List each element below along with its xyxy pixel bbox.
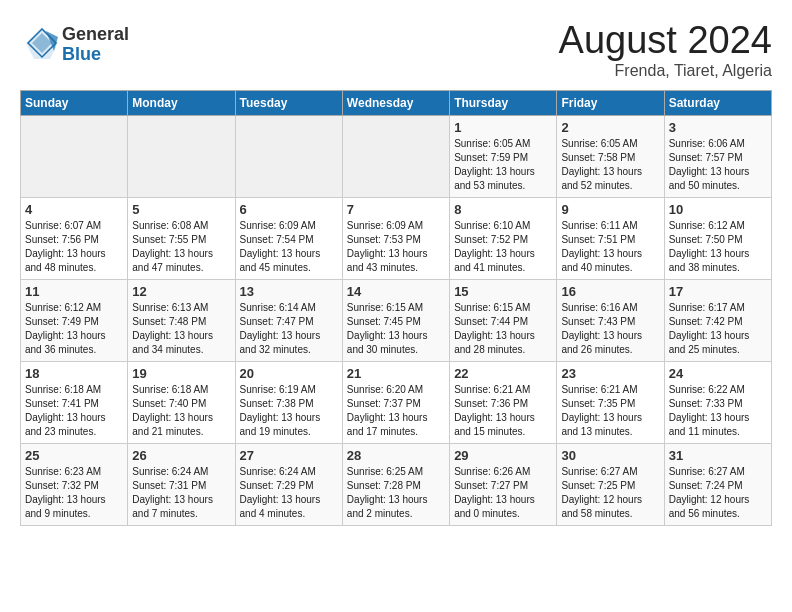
day-number: 10 [669, 202, 767, 217]
day-number: 7 [347, 202, 445, 217]
col-wednesday: Wednesday [342, 90, 449, 115]
day-number: 1 [454, 120, 552, 135]
day-number: 2 [561, 120, 659, 135]
day-info: Sunrise: 6:05 AM Sunset: 7:58 PM Dayligh… [561, 137, 659, 193]
day-number: 9 [561, 202, 659, 217]
day-info: Sunrise: 6:06 AM Sunset: 7:57 PM Dayligh… [669, 137, 767, 193]
calendar-cell: 17 Sunrise: 6:17 AM Sunset: 7:42 PM Dayl… [664, 279, 771, 361]
day-number: 4 [25, 202, 123, 217]
calendar-cell: 15 Sunrise: 6:15 AM Sunset: 7:44 PM Dayl… [450, 279, 557, 361]
header: General Blue August 2024 Frenda, Tiaret,… [20, 20, 772, 80]
calendar-cell [21, 115, 128, 197]
day-info: Sunrise: 6:13 AM Sunset: 7:48 PM Dayligh… [132, 301, 230, 357]
day-number: 13 [240, 284, 338, 299]
logo-icon [24, 25, 60, 65]
day-number: 27 [240, 448, 338, 463]
day-info: Sunrise: 6:25 AM Sunset: 7:28 PM Dayligh… [347, 465, 445, 521]
day-info: Sunrise: 6:12 AM Sunset: 7:50 PM Dayligh… [669, 219, 767, 275]
day-number: 3 [669, 120, 767, 135]
calendar-cell: 18 Sunrise: 6:18 AM Sunset: 7:41 PM Dayl… [21, 361, 128, 443]
day-number: 30 [561, 448, 659, 463]
calendar-cell: 21 Sunrise: 6:20 AM Sunset: 7:37 PM Dayl… [342, 361, 449, 443]
calendar-cell: 26 Sunrise: 6:24 AM Sunset: 7:31 PM Dayl… [128, 443, 235, 525]
calendar-cell: 24 Sunrise: 6:22 AM Sunset: 7:33 PM Dayl… [664, 361, 771, 443]
day-number: 16 [561, 284, 659, 299]
calendar-cell [342, 115, 449, 197]
day-info: Sunrise: 6:14 AM Sunset: 7:47 PM Dayligh… [240, 301, 338, 357]
day-number: 31 [669, 448, 767, 463]
calendar-cell: 31 Sunrise: 6:27 AM Sunset: 7:24 PM Dayl… [664, 443, 771, 525]
day-info: Sunrise: 6:09 AM Sunset: 7:54 PM Dayligh… [240, 219, 338, 275]
day-number: 6 [240, 202, 338, 217]
title-block: August 2024 Frenda, Tiaret, Algeria [559, 20, 772, 80]
calendar-cell: 27 Sunrise: 6:24 AM Sunset: 7:29 PM Dayl… [235, 443, 342, 525]
day-info: Sunrise: 6:17 AM Sunset: 7:42 PM Dayligh… [669, 301, 767, 357]
calendar-cell: 10 Sunrise: 6:12 AM Sunset: 7:50 PM Dayl… [664, 197, 771, 279]
logo-blue-text: Blue [62, 45, 129, 65]
logo: General Blue [20, 25, 129, 65]
day-number: 15 [454, 284, 552, 299]
day-info: Sunrise: 6:20 AM Sunset: 7:37 PM Dayligh… [347, 383, 445, 439]
calendar-cell: 12 Sunrise: 6:13 AM Sunset: 7:48 PM Dayl… [128, 279, 235, 361]
day-number: 12 [132, 284, 230, 299]
page: General Blue August 2024 Frenda, Tiaret,… [0, 0, 792, 536]
header-row: Sunday Monday Tuesday Wednesday Thursday… [21, 90, 772, 115]
day-number: 20 [240, 366, 338, 381]
day-info: Sunrise: 6:18 AM Sunset: 7:41 PM Dayligh… [25, 383, 123, 439]
day-number: 29 [454, 448, 552, 463]
logo-text: General Blue [62, 25, 129, 65]
calendar-cell: 20 Sunrise: 6:19 AM Sunset: 7:38 PM Dayl… [235, 361, 342, 443]
day-info: Sunrise: 6:19 AM Sunset: 7:38 PM Dayligh… [240, 383, 338, 439]
calendar-cell: 5 Sunrise: 6:08 AM Sunset: 7:55 PM Dayli… [128, 197, 235, 279]
day-info: Sunrise: 6:12 AM Sunset: 7:49 PM Dayligh… [25, 301, 123, 357]
day-info: Sunrise: 6:16 AM Sunset: 7:43 PM Dayligh… [561, 301, 659, 357]
day-number: 22 [454, 366, 552, 381]
day-info: Sunrise: 6:15 AM Sunset: 7:44 PM Dayligh… [454, 301, 552, 357]
calendar-week-0: 1 Sunrise: 6:05 AM Sunset: 7:59 PM Dayli… [21, 115, 772, 197]
day-number: 5 [132, 202, 230, 217]
day-info: Sunrise: 6:08 AM Sunset: 7:55 PM Dayligh… [132, 219, 230, 275]
calendar-table: Sunday Monday Tuesday Wednesday Thursday… [20, 90, 772, 526]
calendar-cell: 14 Sunrise: 6:15 AM Sunset: 7:45 PM Dayl… [342, 279, 449, 361]
day-info: Sunrise: 6:22 AM Sunset: 7:33 PM Dayligh… [669, 383, 767, 439]
day-info: Sunrise: 6:23 AM Sunset: 7:32 PM Dayligh… [25, 465, 123, 521]
calendar-cell: 11 Sunrise: 6:12 AM Sunset: 7:49 PM Dayl… [21, 279, 128, 361]
day-info: Sunrise: 6:24 AM Sunset: 7:31 PM Dayligh… [132, 465, 230, 521]
calendar-cell: 2 Sunrise: 6:05 AM Sunset: 7:58 PM Dayli… [557, 115, 664, 197]
day-number: 11 [25, 284, 123, 299]
calendar-cell: 9 Sunrise: 6:11 AM Sunset: 7:51 PM Dayli… [557, 197, 664, 279]
calendar-cell: 4 Sunrise: 6:07 AM Sunset: 7:56 PM Dayli… [21, 197, 128, 279]
calendar-cell: 13 Sunrise: 6:14 AM Sunset: 7:47 PM Dayl… [235, 279, 342, 361]
calendar-cell [128, 115, 235, 197]
day-number: 19 [132, 366, 230, 381]
col-saturday: Saturday [664, 90, 771, 115]
day-info: Sunrise: 6:27 AM Sunset: 7:24 PM Dayligh… [669, 465, 767, 521]
calendar-cell: 19 Sunrise: 6:18 AM Sunset: 7:40 PM Dayl… [128, 361, 235, 443]
day-info: Sunrise: 6:21 AM Sunset: 7:36 PM Dayligh… [454, 383, 552, 439]
day-info: Sunrise: 6:11 AM Sunset: 7:51 PM Dayligh… [561, 219, 659, 275]
day-info: Sunrise: 6:18 AM Sunset: 7:40 PM Dayligh… [132, 383, 230, 439]
calendar-cell: 6 Sunrise: 6:09 AM Sunset: 7:54 PM Dayli… [235, 197, 342, 279]
day-info: Sunrise: 6:09 AM Sunset: 7:53 PM Dayligh… [347, 219, 445, 275]
calendar-week-2: 11 Sunrise: 6:12 AM Sunset: 7:49 PM Dayl… [21, 279, 772, 361]
day-number: 18 [25, 366, 123, 381]
day-number: 26 [132, 448, 230, 463]
day-number: 17 [669, 284, 767, 299]
calendar-week-3: 18 Sunrise: 6:18 AM Sunset: 7:41 PM Dayl… [21, 361, 772, 443]
calendar-week-4: 25 Sunrise: 6:23 AM Sunset: 7:32 PM Dayl… [21, 443, 772, 525]
calendar-cell: 25 Sunrise: 6:23 AM Sunset: 7:32 PM Dayl… [21, 443, 128, 525]
calendar-cell: 8 Sunrise: 6:10 AM Sunset: 7:52 PM Dayli… [450, 197, 557, 279]
col-friday: Friday [557, 90, 664, 115]
calendar-cell: 1 Sunrise: 6:05 AM Sunset: 7:59 PM Dayli… [450, 115, 557, 197]
day-number: 25 [25, 448, 123, 463]
col-tuesday: Tuesday [235, 90, 342, 115]
day-info: Sunrise: 6:21 AM Sunset: 7:35 PM Dayligh… [561, 383, 659, 439]
day-info: Sunrise: 6:15 AM Sunset: 7:45 PM Dayligh… [347, 301, 445, 357]
day-info: Sunrise: 6:27 AM Sunset: 7:25 PM Dayligh… [561, 465, 659, 521]
day-number: 21 [347, 366, 445, 381]
calendar-cell: 3 Sunrise: 6:06 AM Sunset: 7:57 PM Dayli… [664, 115, 771, 197]
col-sunday: Sunday [21, 90, 128, 115]
calendar-subtitle: Frenda, Tiaret, Algeria [559, 62, 772, 80]
day-number: 14 [347, 284, 445, 299]
calendar-cell: 30 Sunrise: 6:27 AM Sunset: 7:25 PM Dayl… [557, 443, 664, 525]
